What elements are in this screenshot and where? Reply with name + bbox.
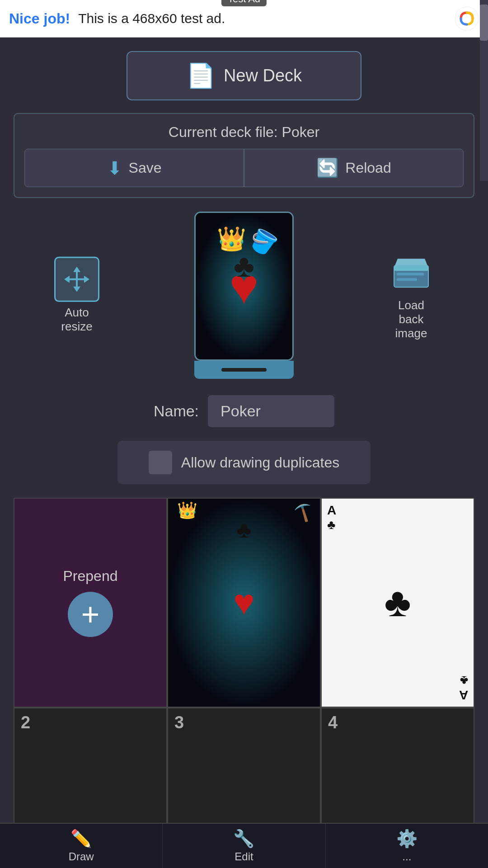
svg-marker-5	[64, 276, 70, 283]
ad-logo-icon	[455, 6, 479, 31]
draw-icon: ✏️	[70, 829, 92, 849]
allow-duplicates-checkbox[interactable]	[149, 451, 172, 474]
load-back-label: Loadbackimage	[395, 298, 427, 341]
new-deck-label: New Deck	[224, 66, 302, 85]
svg-marker-4	[73, 287, 80, 292]
svg-rect-8	[394, 265, 428, 271]
auto-resize-icon	[54, 257, 99, 302]
grid-heart-icon: ♥	[233, 582, 255, 623]
load-back-icon	[389, 250, 434, 295]
draw-label: Draw	[69, 850, 94, 863]
card-grid: Prepend + ♥ ♣ 👑 ⛏️ A♣ ♣ A♣ 2 3	[14, 498, 474, 868]
ad-nice-job: Nice job!	[9, 10, 70, 27]
deck-actions: ⬇ Save 🔄 Reload	[24, 149, 464, 187]
prepend-card[interactable]: Prepend +	[14, 498, 167, 708]
auto-resize-label: Autoresize	[61, 306, 92, 334]
queen-hearts-card[interactable]: ♥ ♣ 👑 ⛏️	[167, 498, 321, 708]
name-row: Name:	[14, 395, 474, 427]
crown-icon: 👑	[217, 225, 246, 253]
card-preview-inner: ♥ ♣ 👑 🪣	[196, 213, 292, 359]
svg-rect-10	[397, 278, 417, 281]
club-icon: ♣	[234, 248, 254, 284]
new-deck-button[interactable]: 📄 New Deck	[127, 51, 361, 100]
grid-crown-icon: 👑	[177, 501, 197, 520]
reload-label: Reload	[345, 160, 391, 176]
more-label: ...	[402, 850, 411, 863]
ad-label: Test Ad	[221, 0, 267, 6]
deck-panel: Current deck file: Poker ⬇ Save 🔄 Reload	[14, 113, 474, 198]
card-preview-area: Autoresize ♥ ♣ 👑 🪣	[14, 212, 474, 379]
save-button[interactable]: ⬇ Save	[24, 149, 244, 187]
ace-top-left: A♣	[327, 503, 336, 532]
card-preview-wrapper: ♥ ♣ 👑 🪣	[194, 212, 294, 379]
grid-club-icon: ♣	[237, 517, 252, 543]
ace-center-club: ♣	[384, 579, 411, 626]
ad-text: This is a 468x60 test ad.	[78, 11, 225, 26]
scrollbar-track[interactable]	[480, 0, 488, 181]
save-icon: ⬇	[107, 158, 122, 179]
card-4-label: 4	[328, 713, 338, 732]
ad-banner: Test Ad Nice job! This is a 468x60 test …	[0, 0, 488, 38]
reload-icon: 🔄	[316, 157, 339, 179]
auto-resize-button[interactable]: Autoresize	[54, 257, 99, 334]
svg-marker-6	[84, 276, 89, 283]
load-back-image-button[interactable]: Loadbackimage	[389, 250, 434, 341]
bottom-nav: ✏️ Draw 🔧 Edit ⚙️ ...	[0, 823, 488, 868]
settings-icon: ⚙️	[396, 829, 418, 849]
nav-edit[interactable]: 🔧 Edit	[163, 824, 325, 868]
nav-draw[interactable]: ✏️ Draw	[0, 824, 163, 868]
scrollbar-thumb[interactable]	[480, 5, 488, 41]
queen-card-inner: ♥ ♣ 👑 ⛏️	[168, 499, 320, 707]
edit-label: Edit	[235, 850, 253, 863]
name-input[interactable]	[208, 395, 334, 427]
svg-marker-11	[395, 259, 427, 265]
allow-duplicates-row: Allow drawing duplicates	[117, 441, 371, 484]
ace-bottom-right: A♣	[459, 673, 468, 702]
main-content: 📄 New Deck Current deck file: Poker ⬇ Sa…	[0, 38, 488, 868]
svg-point-0	[455, 7, 479, 30]
prepend-label: Prepend	[63, 568, 118, 585]
edit-icon: 🔧	[233, 829, 254, 849]
prepend-plus-icon: +	[68, 592, 113, 637]
save-label: Save	[129, 160, 162, 176]
nav-more[interactable]: ⚙️ ...	[326, 824, 488, 868]
allow-duplicates-label: Allow drawing duplicates	[181, 454, 339, 471]
deck-title: Current deck file: Poker	[24, 124, 464, 141]
card-bottom-bar	[194, 361, 294, 379]
card-3-label: 3	[174, 713, 184, 732]
grid-shovel-icon: ⛏️	[291, 499, 316, 524]
ace-clubs-card[interactable]: A♣ ♣ A♣	[321, 498, 474, 708]
svg-marker-3	[73, 267, 80, 272]
card-preview: ♥ ♣ 👑 🪣	[194, 212, 294, 361]
card-2-label: 2	[21, 713, 30, 732]
card-bottom-line	[221, 368, 267, 372]
reload-button[interactable]: 🔄 Reload	[244, 149, 464, 187]
svg-rect-9	[397, 273, 424, 275]
name-label: Name:	[154, 402, 199, 420]
document-icon: 📄	[186, 62, 216, 90]
card-illustration: ♥ ♣ 👑 🪣	[203, 225, 285, 347]
